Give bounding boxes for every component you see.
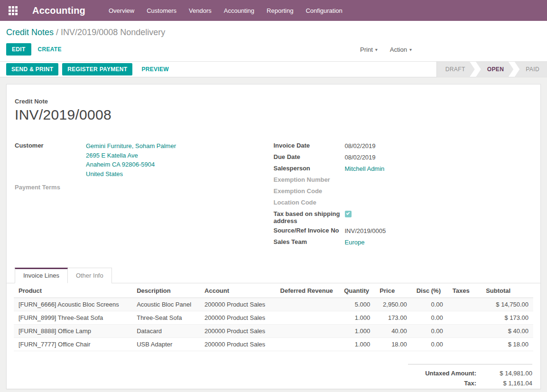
status-open[interactable]: OPEN (476, 62, 514, 77)
tab-other-info[interactable]: Other Info (68, 268, 112, 283)
col-header-disc[interactable]: Disc (%) (412, 283, 448, 298)
cell-product: [FURN_8999] Three-Seat Sofa (14, 311, 132, 325)
cell-product: [FURN_6666] Acoustic Bloc Screens (14, 298, 132, 311)
table-row[interactable]: [FURN_8999] Three-Seat Sofa Three-Seat S… (14, 311, 533, 325)
cell-taxes (448, 311, 481, 325)
print-dropdown-label: Print (360, 46, 373, 53)
cell-taxes (448, 325, 481, 338)
sales-team-label: Sales Team (274, 238, 345, 245)
tax-value: $ 1,161.04 (476, 380, 532, 387)
col-header-price[interactable]: Price (375, 283, 411, 298)
tab-invoice-lines[interactable]: Invoice Lines (15, 268, 68, 283)
menu-item-vendors[interactable]: Vendors (183, 4, 218, 18)
apps-menu-icon[interactable] (9, 6, 18, 15)
customer-street-link[interactable]: 2695 E Katella Ave (86, 152, 138, 159)
status-paid[interactable]: PAID (514, 62, 547, 77)
control-panel: Credit Notes / INV/2019/0008 Nondelivery… (0, 21, 547, 61)
tax-shipping-checkbox[interactable] (345, 211, 352, 217)
cell-deferred (276, 338, 340, 351)
app-brand-title: Accounting (32, 5, 85, 16)
cell-disc: 0.00 (412, 311, 448, 325)
menu-item-accounting[interactable]: Accounting (218, 4, 260, 18)
col-header-subtotal[interactable]: Subtotal (481, 283, 533, 298)
customer-label: Customer (15, 141, 86, 149)
salesperson-label: Salesperson (274, 164, 345, 172)
create-button[interactable]: CREATE (31, 43, 68, 56)
doc-type-label: Credit Note (15, 98, 532, 105)
due-date-value: 08/02/2019 (345, 153, 376, 162)
top-navbar: Accounting Overview Customers Vendors Ac… (0, 0, 547, 21)
cell-subtotal: $ 18.00 (481, 338, 533, 351)
col-header-product[interactable]: Product (14, 283, 132, 298)
col-header-account[interactable]: Account (200, 283, 275, 298)
cell-description: USB Adapter (132, 338, 200, 351)
customer-address: Gemini Furniture, Soham Palmer 2695 E Ka… (86, 141, 176, 178)
untaxed-amount-label: Untaxed Amount: (425, 370, 476, 377)
exemption-number-label: Exemption Number (274, 176, 345, 183)
exemption-code-label: Exemption Code (274, 187, 345, 195)
breadcrumb-parent-link[interactable]: Credit Notes (6, 28, 54, 37)
cell-description: Three-Seat Sofa (132, 311, 200, 325)
menu-item-customers[interactable]: Customers (140, 4, 183, 18)
cell-account: 200000 Product Sales (200, 325, 275, 338)
cell-price: 18.00 (375, 338, 411, 351)
cell-taxes (448, 298, 481, 311)
customer-city-link[interactable]: Anaheim CA 92806-5904 (86, 161, 155, 168)
totals-block: Untaxed Amount: $ 14,981.00 Tax: $ 1,161… (408, 364, 532, 389)
payment-terms-label: Payment Terms (15, 183, 86, 191)
customer-name-link[interactable]: Gemini Furniture, Soham Palmer (86, 142, 176, 149)
untaxed-amount-value: $ 14,981.00 (476, 370, 532, 377)
breadcrumb-separator: / (56, 28, 58, 37)
table-row[interactable]: [FURN_8888] Office Lamp Datacard 200000 … (14, 325, 533, 338)
checkmark-icon (346, 211, 350, 215)
navbar-menu: Overview Customers Vendors Accounting Re… (102, 4, 349, 18)
col-header-quantity[interactable]: Quantity (339, 283, 375, 298)
cell-subtotal: $ 14,750.00 (481, 298, 533, 311)
breadcrumb: Credit Notes / INV/2019/0008 Nondelivery (6, 26, 541, 43)
action-dropdown-label: Action (390, 46, 407, 53)
cell-account: 200000 Product Sales (200, 311, 275, 325)
cell-description: Datacard (132, 325, 200, 338)
table-row[interactable]: [FURN_6666] Acoustic Bloc Screens Acoust… (14, 298, 533, 311)
cell-price: 173.00 (375, 311, 411, 325)
status-draft[interactable]: DRAFT (436, 62, 475, 77)
cell-deferred (276, 311, 340, 325)
register-payment-button[interactable]: REGISTER PAYMENT (62, 63, 132, 75)
source-ref-label: Source/Ref Invoice No (274, 226, 345, 234)
table-header-row: Product Description Account Deferred Rev… (14, 283, 533, 298)
cell-product: [FURN_7777] Office Chair (14, 338, 132, 351)
menu-item-overview[interactable]: Overview (102, 4, 140, 18)
due-date-label: Due Date (274, 153, 345, 160)
invoice-lines-table: Product Description Account Deferred Rev… (14, 283, 533, 351)
edit-button[interactable]: EDIT (6, 43, 31, 56)
col-header-taxes[interactable]: Taxes (448, 283, 481, 298)
customer-country-link[interactable]: United States (86, 170, 123, 177)
cell-quantity: 1.000 (339, 338, 375, 351)
cell-subtotal: $ 173.00 (481, 311, 533, 325)
tax-shipping-label: Tax based on shipping address (274, 210, 345, 224)
caret-down-icon: ▾ (409, 47, 412, 52)
cell-description: Acoustic Bloc Panel (132, 298, 200, 311)
table-row[interactable]: [FURN_7777] Office Chair USB Adapter 200… (14, 338, 533, 351)
send-print-button[interactable]: SEND & PRINT (6, 63, 58, 75)
sales-team-link[interactable]: Europe (345, 239, 365, 246)
cell-account: 200000 Product Sales (200, 338, 275, 351)
statusbar: SEND & PRINT REGISTER PAYMENT PREVIEW DR… (0, 61, 547, 77)
cell-product: [FURN_8888] Office Lamp (14, 325, 132, 338)
print-dropdown[interactable]: Print ▾ (360, 46, 378, 53)
cell-quantity: 1.000 (339, 325, 375, 338)
col-header-description[interactable]: Description (132, 283, 200, 298)
cell-quantity: 1.000 (339, 311, 375, 325)
action-dropdown[interactable]: Action ▾ (390, 46, 412, 53)
breadcrumb-current: INV/2019/0008 Nondelivery (61, 28, 165, 37)
cell-deferred (276, 325, 340, 338)
cell-disc: 0.00 (412, 325, 448, 338)
salesperson-link[interactable]: Mitchell Admin (345, 165, 385, 172)
menu-item-reporting[interactable]: Reporting (260, 4, 299, 18)
cell-deferred (276, 298, 340, 311)
cell-disc: 0.00 (412, 338, 448, 351)
col-header-deferred-revenue[interactable]: Deferred Revenue (276, 283, 340, 298)
invoice-date-value: 08/02/2019 (345, 141, 376, 151)
menu-item-configuration[interactable]: Configuration (299, 4, 348, 18)
preview-button[interactable]: PREVIEW (136, 63, 174, 75)
